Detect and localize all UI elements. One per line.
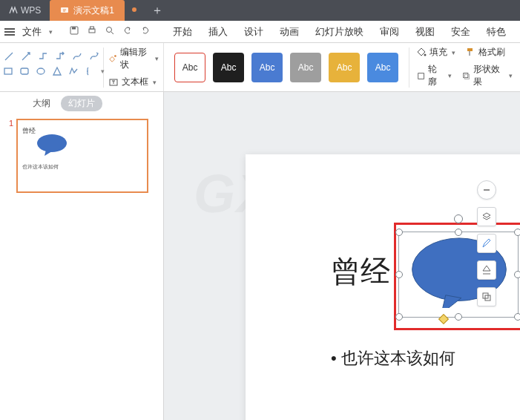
slide-panel: 大纲 幻灯片 1 曾经 也许这本该如何 <box>0 92 164 420</box>
svg-rect-14 <box>464 73 468 77</box>
triangle-shape-icon[interactable] <box>52 65 62 77</box>
file-dropdown-icon[interactable]: ▾ <box>49 28 53 36</box>
outline-label: 轮廓 <box>428 63 444 88</box>
format-painter-label: 格式刷 <box>478 46 505 59</box>
menu-bar: 文件 ▾ 开始 插入 设计 动画 幻灯片放映 审阅 视图 安全 特色 <box>0 21 520 43</box>
work-area: 大纲 幻灯片 1 曾经 也许这本该如何 GX 网 曾经 • 也许这本该如何 <box>0 92 520 420</box>
brace-shape-icon[interactable] <box>85 65 95 77</box>
svg-rect-13 <box>418 73 424 79</box>
save-icon[interactable] <box>69 25 79 38</box>
unsaved-dot-icon <box>132 7 136 12</box>
new-tab-button[interactable]: ＋ <box>151 3 163 19</box>
undo-icon[interactable] <box>122 25 133 38</box>
align-button[interactable] <box>477 260 496 280</box>
curve-shape-icon[interactable] <box>72 50 83 62</box>
style-swatch-2[interactable]: Abc <box>213 53 244 82</box>
handle-tr[interactable] <box>514 229 520 236</box>
style-swatch-3[interactable]: Abc <box>251 53 283 82</box>
tab-start[interactable]: 开始 <box>171 21 194 43</box>
wps-logo-icon <box>9 6 18 15</box>
fill-button[interactable]: 填充 <box>417 46 455 59</box>
style-swatch-1[interactable]: Abc <box>174 53 205 82</box>
tab-slideshow[interactable]: 幻灯片放映 <box>314 21 365 43</box>
style-swatch-6[interactable]: Abc <box>367 53 398 82</box>
svg-rect-12 <box>467 48 473 51</box>
copy-button[interactable] <box>477 287 496 306</box>
layers-button[interactable] <box>477 207 496 226</box>
textbox-button[interactable]: 文本框 <box>108 76 159 88</box>
tab-design[interactable]: 设计 <box>243 21 265 43</box>
document-tab[interactable]: 演示文稿1 <box>50 0 125 21</box>
thumb-title: 曾经 <box>22 126 36 136</box>
slide-title[interactable]: 曾经 <box>331 251 390 292</box>
elbow-arrow-icon[interactable] <box>55 50 66 62</box>
outline-icon <box>417 71 425 81</box>
svg-point-16 <box>37 134 67 152</box>
textbox-label: 文本框 <box>122 76 148 88</box>
elbow-shape-icon[interactable] <box>37 50 48 62</box>
svg-point-5 <box>107 27 112 33</box>
line-shape-icon[interactable] <box>3 50 14 62</box>
redo-icon[interactable] <box>140 25 151 38</box>
handle-rc[interactable] <box>514 271 520 278</box>
tab-review[interactable]: 审阅 <box>378 21 401 43</box>
tab-animation[interactable]: 动画 <box>278 21 300 43</box>
tab-features[interactable]: 特色 <box>485 21 507 43</box>
svg-rect-15 <box>464 74 469 79</box>
preview-icon[interactable] <box>105 25 115 38</box>
handle-bl[interactable] <box>395 313 403 321</box>
rect-shape-icon[interactable] <box>3 65 13 77</box>
edit-shape-button[interactable]: 编辑形状 <box>108 46 159 71</box>
slide-number: 1 <box>9 119 13 193</box>
curve-arrow-icon[interactable] <box>89 50 100 62</box>
textbox-icon <box>108 77 119 88</box>
tab-insert[interactable]: 插入 <box>207 21 229 43</box>
handle-tl[interactable] <box>395 229 403 236</box>
selection-frame[interactable] <box>398 232 519 318</box>
presentation-icon <box>60 6 69 15</box>
ribbon-tabs: 开始 插入 设计 动画 幻灯片放映 审阅 视图 安全 特色 <box>171 21 507 43</box>
svg-rect-3 <box>89 29 95 33</box>
hamburger-icon[interactable] <box>4 28 15 36</box>
file-menu[interactable]: 文件 <box>22 25 42 39</box>
roundrect-shape-icon[interactable] <box>19 65 30 77</box>
fill-icon <box>417 47 427 57</box>
format-painter-button[interactable]: 格式刷 <box>466 46 505 59</box>
svg-rect-7 <box>21 68 28 74</box>
tab-outline[interactable]: 大纲 <box>33 97 50 110</box>
svg-rect-2 <box>72 27 76 30</box>
edit-shape-icon <box>108 53 117 64</box>
pen-button[interactable] <box>477 234 496 253</box>
ellipse-shape-icon[interactable] <box>36 65 46 77</box>
slide-body[interactable]: • 也许这本该如何 <box>331 347 455 370</box>
edit-shape-label: 编辑形状 <box>120 46 151 71</box>
shape-effects-label: 形状效果 <box>473 63 504 88</box>
app-name: WPS <box>21 5 41 16</box>
handle-br[interactable] <box>514 313 520 321</box>
svg-point-8 <box>37 68 45 74</box>
floating-toolbar <box>477 180 496 306</box>
style-swatch-5[interactable]: Abc <box>329 53 360 82</box>
thumb-speech-bubble-icon <box>36 134 68 156</box>
tab-slides[interactable]: 幻灯片 <box>61 96 102 111</box>
rotate-handle[interactable] <box>454 214 463 223</box>
slide-canvas[interactable]: GX 网 曾经 • 也许这本该如何 <box>164 92 520 420</box>
tab-security[interactable]: 安全 <box>450 21 472 43</box>
arrow-shape-icon[interactable] <box>20 50 31 62</box>
freeform-shape-icon[interactable] <box>68 65 79 77</box>
shape-gallery[interactable]: ▾ <box>0 47 104 88</box>
handle-bc[interactable] <box>455 313 462 321</box>
collapse-button[interactable] <box>477 180 496 200</box>
title-bar: WPS 演示文稿1 ＋ <box>0 0 520 21</box>
shape-effects-button[interactable]: 形状效果 <box>462 63 513 88</box>
svg-point-9 <box>114 55 116 57</box>
outline-button[interactable]: 轮廓 <box>417 63 452 88</box>
handle-lc[interactable] <box>395 271 403 278</box>
print-icon[interactable] <box>87 25 97 38</box>
quick-access-toolbar <box>69 25 151 38</box>
style-swatch-4[interactable]: Abc <box>290 53 321 82</box>
slide-thumbnail[interactable]: 曾经 也许这本该如何 <box>16 119 148 193</box>
tab-view[interactable]: 视图 <box>414 21 436 43</box>
fill-label: 填充 <box>430 46 447 59</box>
handle-tc[interactable] <box>455 229 462 236</box>
